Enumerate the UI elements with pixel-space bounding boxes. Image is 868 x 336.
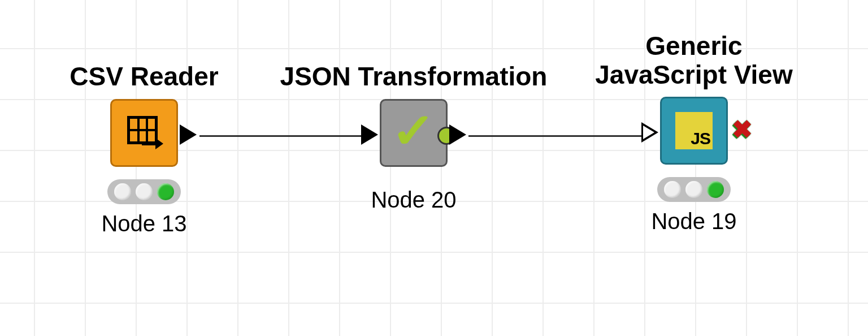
node-javascript-view[interactable]: Generic JavaScript View JS Node 19 bbox=[576, 32, 811, 234]
node-title: JSON Transformation bbox=[267, 62, 561, 91]
workflow-canvas[interactable]: CSV Reader Node 13 JSON Transformation ✓… bbox=[0, 0, 868, 336]
node-json-transformation[interactable]: JSON Transformation ✓ Node 20 bbox=[267, 62, 561, 213]
node-box[interactable]: JS bbox=[660, 97, 728, 165]
status-dot bbox=[685, 181, 702, 198]
status-dot bbox=[664, 181, 681, 198]
node-title: CSV Reader bbox=[51, 62, 237, 91]
status-indicator bbox=[107, 179, 181, 204]
node-box[interactable]: ✓ bbox=[380, 99, 448, 167]
output-port-disabled-icon[interactable] bbox=[731, 122, 751, 143]
node-title-line2: JavaScript View bbox=[576, 61, 811, 89]
input-port-icon[interactable] bbox=[641, 122, 658, 143]
node-id-label: Node 13 bbox=[51, 211, 237, 236]
table-export-icon bbox=[127, 116, 161, 150]
input-port-icon[interactable] bbox=[361, 124, 378, 145]
node-csv-reader[interactable]: CSV Reader Node 13 bbox=[51, 62, 237, 236]
node-id-label: Node 19 bbox=[576, 209, 811, 234]
checkmark-icon: ✓ bbox=[391, 106, 436, 155]
output-port-icon[interactable] bbox=[449, 124, 466, 145]
status-dot bbox=[136, 183, 153, 200]
status-dot bbox=[114, 183, 131, 200]
status-indicator bbox=[657, 177, 731, 202]
output-port-icon[interactable] bbox=[180, 124, 197, 145]
node-id-label: Node 20 bbox=[267, 187, 561, 213]
node-box[interactable] bbox=[110, 99, 178, 167]
status-dot bbox=[707, 181, 724, 198]
node-title-line1: Generic bbox=[576, 32, 811, 61]
status-dot bbox=[157, 183, 174, 200]
js-icon: JS bbox=[675, 112, 713, 149]
